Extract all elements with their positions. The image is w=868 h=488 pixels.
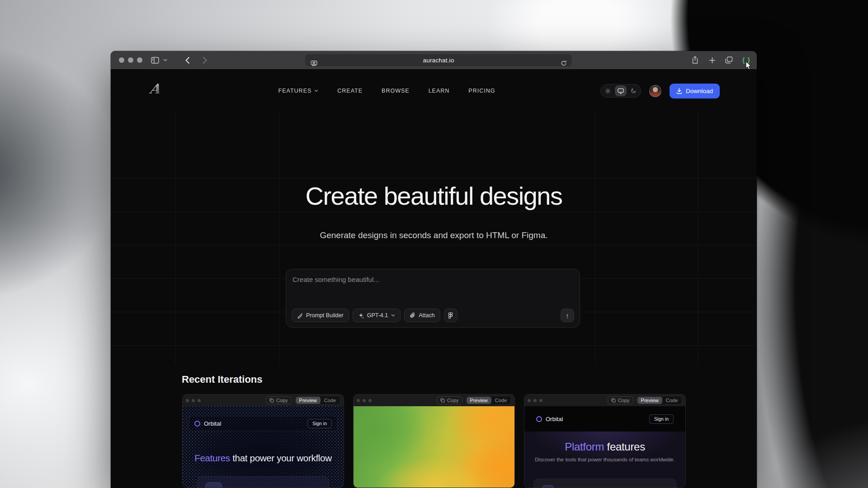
orbital-logo-icon xyxy=(536,416,542,422)
nav-item-create[interactable]: CREATE xyxy=(337,88,363,94)
window-dots xyxy=(528,399,542,402)
theme-system-display-icon[interactable] xyxy=(615,85,627,96)
recent-cards-row: Copy Preview Code Orbital xyxy=(182,394,686,488)
brand-logo[interactable]: A xyxy=(149,81,161,97)
paperclip-icon xyxy=(410,312,415,319)
iteration-card-gradient: Copy Preview Code xyxy=(353,394,515,488)
preview-code-segment: Preview Code xyxy=(637,396,682,405)
code-tab[interactable]: Code xyxy=(662,397,681,404)
theme-dark-moon-icon[interactable] xyxy=(627,85,639,96)
new-tab-plus-icon[interactable] xyxy=(707,51,717,69)
download-icon xyxy=(676,88,682,94)
card-toolbar: Copy Preview Code xyxy=(524,394,685,406)
site-header: A FEATURES CREATE BROWSE LEARN PRICING xyxy=(111,69,757,113)
prompt-input[interactable] xyxy=(292,276,573,299)
card-toolbar: Copy Preview Code xyxy=(354,394,514,406)
preview-feature-panel: ↓ xyxy=(197,476,329,488)
preview-hero: Platform features Discover the tools tha… xyxy=(524,432,685,488)
copy-button[interactable]: Copy xyxy=(608,396,633,404)
preview-tab[interactable]: Preview xyxy=(637,397,662,404)
sidebar-toggle-icon[interactable] xyxy=(150,51,160,69)
card-preview[interactable]: Orbital Sign in Features that power your… xyxy=(183,406,344,488)
iteration-card-orbital-platform: Copy Preview Code Orbital Sign i xyxy=(524,394,686,488)
figma-icon xyxy=(448,312,453,319)
nav-item-pricing[interactable]: PRICING xyxy=(468,88,495,94)
feature-arrow-icon: ↓ xyxy=(205,482,222,488)
tab-overview-icon[interactable] xyxy=(723,51,735,69)
copy-button[interactable]: Copy xyxy=(437,396,462,404)
preview-brand: Orbital xyxy=(546,416,563,422)
share-icon[interactable] xyxy=(689,51,700,69)
browser-toolbar: aurachat.io { } xyxy=(111,51,757,69)
mouse-cursor xyxy=(745,61,753,70)
preview-tab[interactable]: Preview xyxy=(467,397,491,404)
prompt-toolbar: Prompt Builder GPT-4.1 Attach xyxy=(292,309,574,322)
sidebar-chevron-down-icon[interactable] xyxy=(162,51,168,69)
zoom-window-button[interactable] xyxy=(137,57,142,63)
window-dots xyxy=(357,399,372,402)
orbital-logo-icon xyxy=(194,421,200,427)
window-controls xyxy=(119,57,142,63)
copy-icon xyxy=(440,398,445,403)
preview-signin-button: Sign in xyxy=(307,419,332,428)
copy-icon xyxy=(611,398,616,403)
wand-icon xyxy=(297,313,303,319)
main-navigation: FEATURES CREATE BROWSE LEARN PRICING xyxy=(278,69,495,113)
forward-button[interactable] xyxy=(200,51,209,69)
chevron-down-icon xyxy=(391,314,395,317)
prompt-box: Prompt Builder GPT-4.1 Attach xyxy=(286,269,580,328)
hero-title: Create beautiful designs xyxy=(111,181,757,211)
preview-code-segment: Preview Code xyxy=(295,396,340,405)
minimize-window-button[interactable] xyxy=(128,57,133,63)
address-bar[interactable]: aurachat.io xyxy=(305,54,572,66)
preview-heading: Platform features xyxy=(524,441,685,453)
desktop-background: aurachat.io { } xyxy=(0,0,868,488)
copy-button[interactable]: Copy xyxy=(266,396,292,404)
prompt-builder-button[interactable]: Prompt Builder xyxy=(292,309,349,322)
preview-subtitle: Discover the tools that power thousands … xyxy=(524,457,685,462)
header-actions: Download xyxy=(600,69,720,113)
preview-heading: Features that power your workflow xyxy=(183,453,344,464)
window-dots xyxy=(186,399,201,402)
feature-icon xyxy=(541,485,555,488)
url-text: aurachat.io xyxy=(305,57,572,64)
theme-light-sun-icon[interactable] xyxy=(602,85,614,96)
user-avatar[interactable] xyxy=(649,85,661,97)
download-button[interactable]: Download xyxy=(670,84,720,99)
send-button[interactable]: ↑ xyxy=(561,309,574,322)
theme-toggle xyxy=(600,84,641,98)
preview-tab[interactable]: Preview xyxy=(296,397,321,404)
back-button[interactable] xyxy=(183,51,192,69)
page-viewport: A FEATURES CREATE BROWSE LEARN PRICING xyxy=(111,69,757,488)
preview-code-segment: Preview Code xyxy=(466,396,511,405)
code-tab[interactable]: Code xyxy=(321,397,340,404)
card-preview[interactable] xyxy=(354,406,514,488)
preview-navbar: Orbital Sign in xyxy=(189,416,338,431)
hero-subtitle: Generate designs in seconds and export t… xyxy=(111,230,757,240)
copy-icon xyxy=(269,398,274,403)
model-selector-button[interactable]: GPT-4.1 xyxy=(353,309,401,322)
nav-item-browse[interactable]: BROWSE xyxy=(382,88,410,94)
iteration-card-orbital-features: Copy Preview Code Orbital xyxy=(182,394,344,488)
code-tab[interactable]: Code xyxy=(491,397,510,404)
nav-item-features[interactable]: FEATURES xyxy=(278,88,319,94)
preview-navbar: Orbital Sign in xyxy=(524,406,685,432)
preview-signin-button: Sign in xyxy=(649,414,674,424)
recent-iterations-heading: Recent Iterations xyxy=(182,374,263,385)
attach-button[interactable]: Attach xyxy=(404,309,440,322)
close-window-button[interactable] xyxy=(119,57,124,63)
browser-window: aurachat.io { } xyxy=(111,51,757,488)
nav-item-learn[interactable]: LEARN xyxy=(429,88,450,94)
figma-export-button[interactable] xyxy=(444,309,458,322)
card-toolbar: Copy Preview Code xyxy=(183,394,344,406)
preview-brand: Orbital xyxy=(204,420,221,427)
sparkle-icon xyxy=(358,313,364,319)
card-preview[interactable]: Orbital Sign in Platform features Discov… xyxy=(524,406,685,488)
preview-feature-panel xyxy=(533,479,676,488)
chevron-down-icon xyxy=(314,89,318,92)
